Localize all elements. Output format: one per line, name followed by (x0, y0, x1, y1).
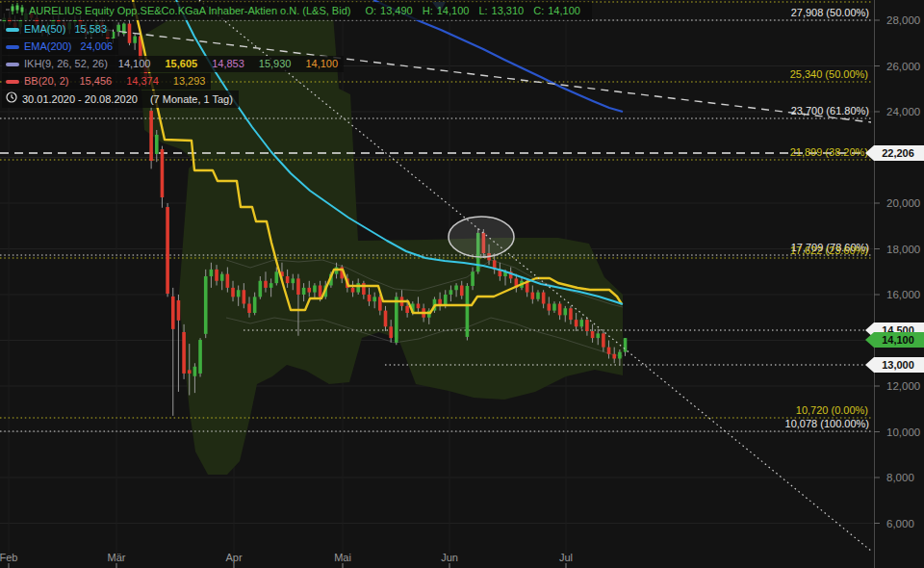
date-range-row: 30.01.2020 - 20.08.2020 (7 Monate, 1 Tag… (2, 90, 239, 108)
bollinger-value-1: 15,456 (79, 74, 112, 89)
current-price-tag[interactable]: 14,100 (865, 332, 924, 348)
candle-body (579, 320, 583, 326)
fib-level-label: 23,700 (61.80%) (791, 105, 869, 116)
candle-body (259, 281, 263, 297)
clock-icon (6, 91, 17, 107)
candle-body (356, 283, 360, 293)
candle-body (405, 306, 409, 313)
candle-body (372, 297, 376, 301)
candle-body (307, 288, 311, 293)
price-tag-13000[interactable]: 13,000 (865, 357, 924, 373)
ema50-label: EMA(50) (24, 22, 65, 37)
candle-body (155, 135, 159, 154)
fib-level-label: 27,908 (50.00%) (791, 7, 869, 18)
candle-body (368, 295, 372, 301)
ichimoku-label: IKH(9, 26, 52, 26) (24, 57, 108, 71)
axis-price-label: 12,000 (886, 380, 920, 392)
fibonacci-labels: 27,908 (50.00%)25,340 (50.00%)23,700 (61… (785, 7, 869, 429)
candle-body (466, 286, 470, 337)
ema50-swatch-icon (6, 28, 19, 32)
candle-body (575, 320, 578, 326)
ohlc-readout: O:13,490 H:14,100 L:13,310 C:14,100 (365, 4, 585, 18)
candle-body (264, 281, 268, 288)
candle-body (237, 290, 241, 297)
axis-month-label: Feb (0, 552, 17, 563)
candle-body (389, 326, 393, 338)
candle-body (454, 286, 458, 291)
candle-body (286, 276, 290, 283)
fib-level-label: 17,622 (23.60%) (790, 245, 868, 256)
candle-body (591, 331, 595, 338)
bollinger-label: BB(20, 2) (24, 74, 68, 89)
candle-body (319, 286, 322, 297)
candle-body (182, 332, 186, 374)
price-tag-22206[interactable]: 22,206 (865, 145, 924, 161)
candle-body (149, 111, 153, 161)
price-tag-value: 14,100 (882, 334, 914, 346)
candle-body (449, 290, 453, 295)
instrument-title: AURELIUS Equity Opp.SE&Co.KGaA Inhaber-A… (29, 4, 350, 18)
axis-price-label: 16,000 (886, 289, 920, 300)
candle-body (270, 283, 273, 288)
candle-body (171, 297, 175, 329)
legend-ema200[interactable]: EMA(200) 24,006 (2, 39, 118, 55)
ellipse-annotation[interactable] (449, 217, 514, 257)
low-value: 13,310 (492, 4, 525, 18)
ema200-value: 24,006 (81, 39, 114, 54)
candle-body (417, 304, 421, 309)
candle-body (585, 320, 589, 331)
candle-body (177, 300, 181, 321)
axis-month-label: Apr (225, 552, 242, 563)
candle-body (536, 293, 540, 299)
fib-level-label: 10,078 (100.00%) (785, 418, 869, 429)
trading-chart-window: 28,00026,00024,00020,00018,00016,00012,0… (0, 0, 924, 568)
axis-price-label: 6,000 (886, 518, 914, 529)
candle-body (460, 286, 464, 297)
candle-body (552, 304, 556, 311)
candle-body (612, 354, 616, 359)
candle-body (351, 288, 355, 293)
axis-month-label: Jun (441, 552, 458, 563)
instrument-title-row: AURELIUS Equity Opp.SE&Co.KGaA Inhaber-A… (2, 2, 592, 20)
candle-body (548, 304, 552, 311)
candle-body (231, 288, 235, 297)
legend-ichimoku[interactable]: IKH(9, 26, 52, 26) 14,100 15,605 14,853 … (2, 56, 344, 72)
axis-price-label: 8,000 (886, 472, 914, 483)
close-label: C: (533, 4, 544, 18)
ichimoku-value-4: 15,930 (259, 57, 292, 71)
candle-body (602, 333, 605, 347)
price-tag-value: 22,206 (882, 147, 914, 159)
ichimoku-swatch-icon (6, 63, 19, 66)
fib-level-label: 25,340 (50.00%) (790, 68, 868, 80)
legend-bollinger[interactable]: BB(20, 2) 15,456 14,374 13,293 (2, 73, 211, 90)
price-axis[interactable]: 28,00026,00024,00020,00018,00016,00012,0… (874, 0, 920, 568)
candle-body (596, 333, 600, 338)
date-range: 30.01.2020 - 20.08.2020 (22, 92, 138, 107)
candle-body (210, 270, 214, 276)
legend-ema50[interactable]: EMA(50) 15,583 (2, 21, 113, 38)
candle-body (384, 311, 388, 327)
candle-body (302, 288, 306, 295)
candle-body (624, 338, 628, 351)
bollinger-value-3: 13,293 (173, 74, 206, 89)
candle-body (275, 271, 279, 283)
candle-body (618, 352, 622, 359)
candle-body (253, 297, 257, 313)
candle-body (243, 290, 246, 303)
candlestick-chart-icon (6, 3, 24, 19)
candle-body (204, 276, 208, 334)
axis-price-label: 24,000 (886, 106, 920, 117)
candle-body (161, 149, 165, 197)
candle-body (542, 293, 546, 304)
ichimoku-value-2: 15,605 (165, 57, 197, 71)
date-duration: (7 Monate, 1 Tag) (150, 92, 233, 107)
candle-body (558, 304, 562, 316)
candle-body (247, 304, 251, 314)
axis-month-label: Mai (334, 552, 351, 563)
axis-price-label: 18,000 (886, 244, 920, 255)
open-label: O: (365, 4, 376, 18)
candle-body (215, 270, 218, 281)
candle-body (198, 340, 202, 374)
time-axis[interactable]: FebMärAprMaiJunJul (0, 552, 573, 568)
candle-body (193, 367, 197, 376)
